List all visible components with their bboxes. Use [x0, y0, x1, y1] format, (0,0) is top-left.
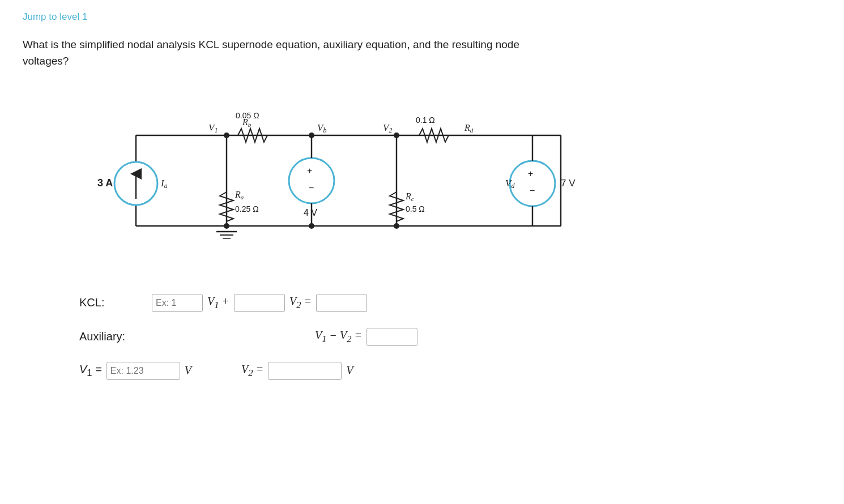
kcl-label: KCL: — [79, 296, 147, 309]
auxiliary-row: Auxiliary: V1 − V2 = — [79, 328, 821, 346]
svg-point-48 — [309, 133, 314, 138]
svg-text:0.05 Ω: 0.05 Ω — [236, 111, 259, 120]
kcl-input1[interactable] — [152, 294, 203, 312]
svg-text:Rc: Rc — [405, 191, 414, 202]
svg-point-21 — [289, 158, 334, 203]
svg-text:0.1 Ω: 0.1 Ω — [416, 116, 435, 125]
svg-text:7 V: 7 V — [561, 178, 576, 189]
svg-point-46 — [394, 133, 399, 138]
svg-point-37 — [510, 161, 555, 206]
svg-text:+: + — [528, 169, 533, 178]
auxiliary-equation-text: V1 − V2 = — [315, 329, 362, 345]
v1-label: V1 = — [79, 363, 102, 379]
kcl-v1-text: V1 + — [207, 295, 229, 311]
v1-input[interactable] — [106, 362, 180, 380]
svg-text:+: + — [307, 166, 312, 176]
v2-unit: V — [346, 364, 353, 377]
svg-text:0.25 Ω: 0.25 Ω — [235, 204, 259, 213]
svg-text:0.5 Ω: 0.5 Ω — [406, 204, 425, 213]
circuit-svg: 3 A Ia Ra 0.25 Ω V1 Rb 0.05 Ω + − — [68, 90, 578, 271]
v1-unit: V — [185, 364, 191, 377]
svg-point-47 — [394, 223, 399, 229]
v2-label: V2 = — [241, 363, 263, 379]
svg-text:V1: V1 — [208, 122, 218, 134]
svg-text:V2: V2 — [383, 122, 392, 134]
auxiliary-input[interactable] — [366, 328, 417, 346]
question-text: What is the simplified nodal analysis KC… — [23, 36, 532, 70]
current-source-label: 3 A — [97, 177, 113, 189]
kcl-input2[interactable] — [234, 294, 285, 312]
kcl-v2-text: V2 = — [289, 295, 312, 311]
svg-text:−: − — [530, 186, 535, 195]
svg-point-49 — [309, 223, 314, 229]
equations-area: KCL: V1 + V2 = Auxiliary: V1 − V2 = V1 =… — [79, 294, 821, 380]
v2-input[interactable] — [268, 362, 342, 380]
jump-link[interactable]: Jump to level 1 — [23, 11, 87, 23]
svg-text:Rd: Rd — [464, 123, 474, 134]
svg-text:4 V: 4 V — [304, 208, 317, 217]
circuit-diagram: 3 A Ia Ra 0.25 Ω V1 Rb 0.05 Ω + − — [68, 90, 578, 271]
svg-point-45 — [224, 223, 229, 229]
voltages-row: V1 = V V2 = V — [79, 362, 821, 380]
kcl-row: KCL: V1 + V2 = — [79, 294, 821, 312]
auxiliary-label: Auxiliary: — [79, 330, 147, 343]
svg-point-44 — [224, 133, 229, 138]
svg-text:−: − — [309, 183, 314, 193]
svg-text:Vb: Vb — [317, 122, 326, 134]
svg-text:Ra: Ra — [235, 190, 244, 200]
kcl-input3[interactable] — [316, 294, 367, 312]
svg-text:Ia: Ia — [160, 178, 168, 190]
